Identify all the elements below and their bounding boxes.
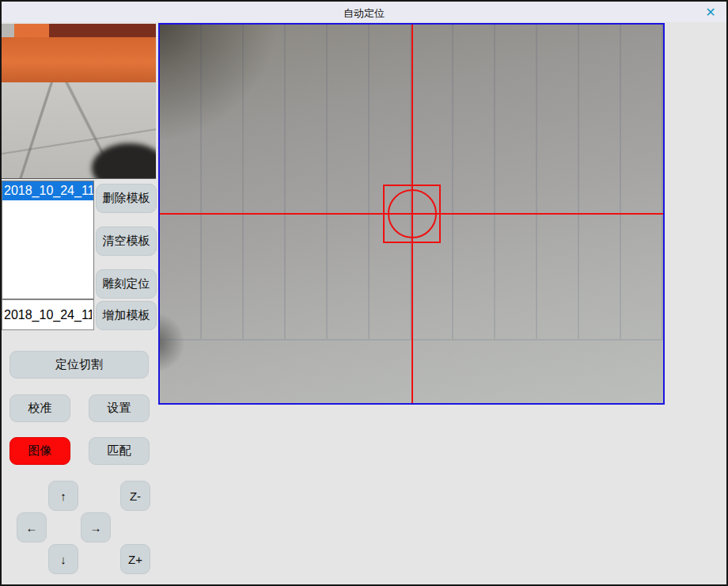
camera-view[interactable] — [158, 23, 665, 405]
match-button[interactable]: 匹配 — [89, 437, 150, 465]
image-button[interactable]: 图像 — [9, 437, 70, 465]
jog-left-button[interactable]: ← — [17, 512, 47, 542]
target-circle-overlay — [388, 189, 437, 238]
camera-image — [160, 25, 663, 403]
jog-right-button[interactable]: → — [81, 512, 111, 542]
clear-templates-button[interactable]: 清空模板 — [96, 226, 157, 256]
auto-position-dialog: 自动定位 ✕ 2018_10_24_11 删除模板 清空模板 雕刻定位 增加模板… — [0, 0, 728, 586]
template-list[interactable]: 2018_10_24_11 — [2, 181, 94, 299]
jog-down-button[interactable]: ↓ — [48, 544, 78, 574]
add-template-button[interactable]: 增加模板 — [96, 301, 157, 330]
engrave-position-label: 雕刻定位 — [103, 276, 150, 291]
calibrate-button[interactable]: 校准 — [9, 394, 70, 422]
delete-template-label: 删除模板 — [103, 191, 150, 206]
z-plus-label: Z+ — [128, 553, 142, 566]
delete-template-button[interactable]: 删除模板 — [96, 184, 157, 213]
template-thumbnail — [2, 24, 156, 179]
engrave-position-button[interactable]: 雕刻定位 — [96, 269, 157, 299]
arrow-left-icon: ← — [26, 521, 38, 535]
thumbnail-orange-beam — [2, 37, 156, 82]
clear-templates-label: 清空模板 — [103, 234, 150, 249]
title-bar: 自动定位 ✕ — [2, 2, 726, 22]
list-item[interactable]: 2018_10_24_11 — [2, 181, 93, 200]
thumbnail-top-strip — [2, 24, 156, 37]
arrow-down-icon: ↓ — [60, 553, 66, 566]
jog-up-button[interactable]: ↑ — [48, 481, 78, 511]
z-minus-label: Z- — [130, 489, 141, 503]
image-label: 图像 — [28, 443, 52, 459]
arrow-right-icon: → — [90, 521, 102, 535]
position-cut-button[interactable]: 定位切割 — [9, 351, 149, 379]
z-plus-button[interactable]: Z+ — [120, 544, 150, 574]
add-template-label: 增加模板 — [103, 308, 150, 323]
position-cut-label: 定位切割 — [55, 357, 103, 372]
settings-button[interactable]: 设置 — [89, 394, 150, 422]
template-name-input[interactable] — [2, 299, 94, 330]
arrow-up-icon: ↑ — [60, 489, 66, 503]
dialog-title: 自动定位 — [2, 6, 726, 21]
settings-label: 设置 — [108, 401, 131, 416]
calibrate-label: 校准 — [28, 401, 52, 416]
close-icon[interactable]: ✕ — [703, 5, 719, 21]
z-minus-button[interactable]: Z- — [120, 481, 150, 511]
match-label: 匹配 — [108, 443, 131, 459]
